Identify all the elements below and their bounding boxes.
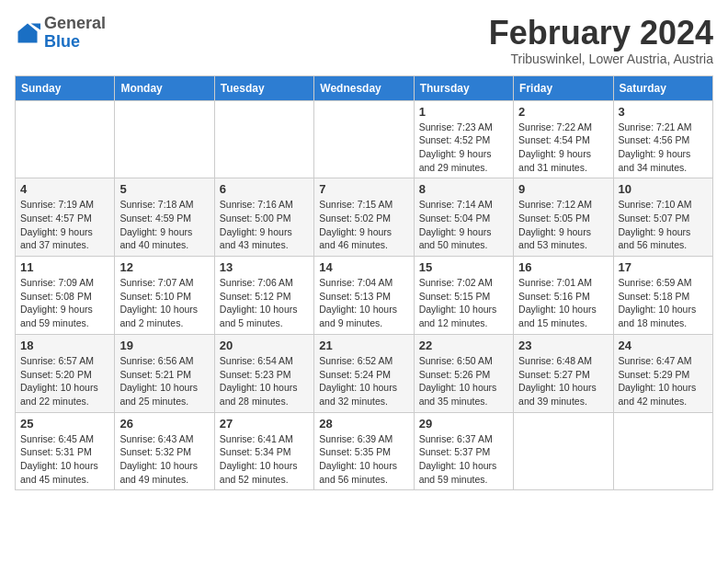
weekday-header: Sunday	[16, 75, 115, 100]
day-info: Sunrise: 6:54 AMSunset: 5:23 PMDaylight:…	[220, 354, 309, 408]
calendar-cell: 27Sunrise: 6:41 AMSunset: 5:34 PMDayligh…	[214, 412, 313, 490]
day-info: Sunrise: 7:04 AMSunset: 5:13 PMDaylight:…	[319, 276, 408, 330]
day-info: Sunrise: 6:37 AMSunset: 5:37 PMDaylight:…	[419, 432, 508, 487]
day-number: 4	[20, 182, 109, 196]
day-number: 28	[319, 417, 408, 431]
calendar-cell: 13Sunrise: 7:06 AMSunset: 5:12 PMDayligh…	[214, 257, 313, 335]
weekday-header: Thursday	[414, 75, 513, 100]
day-number: 21	[319, 339, 408, 352]
day-number: 8	[419, 182, 508, 196]
day-info: Sunrise: 6:45 AMSunset: 5:31 PMDaylight:…	[20, 432, 109, 487]
calendar-cell: 24Sunrise: 6:47 AMSunset: 5:29 PMDayligh…	[613, 334, 712, 412]
logo: General Blue	[15, 15, 106, 52]
day-number: 14	[319, 260, 408, 274]
calendar-cell	[16, 100, 115, 178]
day-number: 24	[619, 339, 708, 352]
weekday-header: Tuesday	[214, 75, 313, 100]
logo-blue: Blue	[44, 32, 80, 51]
day-info: Sunrise: 7:10 AMSunset: 5:07 PMDaylight:…	[619, 198, 708, 252]
location: Tribuswinkel, Lower Austria, Austria	[489, 52, 713, 66]
calendar-cell	[214, 100, 313, 178]
day-number: 5	[119, 182, 209, 196]
svg-marker-0	[18, 23, 38, 42]
calendar-cell	[314, 100, 414, 178]
day-info: Sunrise: 7:21 AMSunset: 4:56 PMDaylight:…	[619, 121, 708, 175]
day-info: Sunrise: 7:06 AMSunset: 5:12 PMDaylight:…	[220, 276, 309, 330]
day-number: 9	[518, 182, 608, 196]
weekday-header: Saturday	[613, 75, 712, 100]
day-number: 15	[419, 260, 508, 274]
day-info: Sunrise: 6:57 AMSunset: 5:20 PMDaylight:…	[20, 354, 109, 408]
day-info: Sunrise: 6:59 AMSunset: 5:18 PMDaylight:…	[619, 276, 708, 330]
day-info: Sunrise: 7:14 AMSunset: 5:04 PMDaylight:…	[419, 198, 508, 252]
day-number: 13	[220, 260, 309, 274]
day-number: 10	[619, 182, 708, 196]
month-title: February 2024	[489, 15, 713, 52]
calendar-cell: 19Sunrise: 6:56 AMSunset: 5:21 PMDayligh…	[115, 334, 214, 412]
calendar-week-row: 11Sunrise: 7:09 AMSunset: 5:08 PMDayligh…	[16, 257, 713, 335]
calendar-table: SundayMondayTuesdayWednesdayThursdayFrid…	[15, 75, 713, 491]
day-info: Sunrise: 7:12 AMSunset: 5:05 PMDaylight:…	[518, 198, 608, 252]
calendar-cell: 16Sunrise: 7:01 AMSunset: 5:16 PMDayligh…	[514, 257, 613, 335]
calendar-cell: 26Sunrise: 6:43 AMSunset: 5:32 PMDayligh…	[115, 412, 214, 490]
day-info: Sunrise: 7:18 AMSunset: 4:59 PMDaylight:…	[119, 198, 209, 252]
weekday-header: Friday	[514, 75, 613, 100]
day-info: Sunrise: 7:01 AMSunset: 5:16 PMDaylight:…	[518, 276, 608, 330]
calendar-cell: 3Sunrise: 7:21 AMSunset: 4:56 PMDaylight…	[613, 100, 712, 178]
day-info: Sunrise: 6:50 AMSunset: 5:26 PMDaylight:…	[419, 354, 508, 408]
day-number: 2	[518, 105, 608, 119]
day-number: 29	[419, 417, 508, 431]
logo-text: General Blue	[44, 15, 106, 52]
day-number: 22	[419, 339, 508, 352]
day-number: 16	[518, 260, 608, 274]
day-info: Sunrise: 7:23 AMSunset: 4:52 PMDaylight:…	[419, 121, 508, 175]
day-number: 20	[220, 339, 309, 352]
calendar-cell: 15Sunrise: 7:02 AMSunset: 5:15 PMDayligh…	[414, 257, 513, 335]
day-number: 7	[319, 182, 408, 196]
page-header: General Blue February 2024 Tribuswinkel,…	[15, 15, 713, 66]
day-number: 23	[518, 339, 608, 352]
day-info: Sunrise: 7:02 AMSunset: 5:15 PMDaylight:…	[419, 276, 508, 330]
day-info: Sunrise: 6:41 AMSunset: 5:34 PMDaylight:…	[220, 432, 309, 487]
calendar-cell: 12Sunrise: 7:07 AMSunset: 5:10 PMDayligh…	[115, 257, 214, 335]
calendar-cell: 25Sunrise: 6:45 AMSunset: 5:31 PMDayligh…	[16, 412, 115, 490]
calendar-cell	[115, 100, 214, 178]
calendar-cell: 17Sunrise: 6:59 AMSunset: 5:18 PMDayligh…	[613, 257, 712, 335]
day-info: Sunrise: 6:56 AMSunset: 5:21 PMDaylight:…	[119, 354, 209, 408]
calendar-cell	[514, 412, 613, 490]
day-info: Sunrise: 7:09 AMSunset: 5:08 PMDaylight:…	[20, 276, 109, 330]
calendar-cell: 28Sunrise: 6:39 AMSunset: 5:35 PMDayligh…	[314, 412, 414, 490]
day-number: 25	[20, 417, 109, 431]
calendar-cell: 11Sunrise: 7:09 AMSunset: 5:08 PMDayligh…	[16, 257, 115, 335]
day-info: Sunrise: 6:48 AMSunset: 5:27 PMDaylight:…	[518, 354, 608, 408]
day-info: Sunrise: 6:47 AMSunset: 5:29 PMDaylight:…	[619, 354, 708, 408]
day-info: Sunrise: 6:43 AMSunset: 5:32 PMDaylight:…	[119, 432, 209, 487]
logo-icon	[15, 20, 40, 46]
day-info: Sunrise: 7:22 AMSunset: 4:54 PMDaylight:…	[518, 121, 608, 175]
calendar-cell: 4Sunrise: 7:19 AMSunset: 4:57 PMDaylight…	[16, 178, 115, 257]
calendar-cell: 1Sunrise: 7:23 AMSunset: 4:52 PMDaylight…	[414, 100, 513, 178]
day-number: 19	[119, 339, 209, 352]
calendar-cell: 10Sunrise: 7:10 AMSunset: 5:07 PMDayligh…	[613, 178, 712, 257]
day-number: 18	[20, 339, 109, 352]
day-number: 12	[119, 260, 209, 274]
calendar-cell: 18Sunrise: 6:57 AMSunset: 5:20 PMDayligh…	[16, 334, 115, 412]
day-number: 26	[119, 417, 209, 431]
day-info: Sunrise: 7:07 AMSunset: 5:10 PMDaylight:…	[119, 276, 209, 330]
calendar-cell: 8Sunrise: 7:14 AMSunset: 5:04 PMDaylight…	[414, 178, 513, 257]
day-info: Sunrise: 7:19 AMSunset: 4:57 PMDaylight:…	[20, 198, 109, 252]
day-number: 17	[619, 260, 708, 274]
calendar-cell: 22Sunrise: 6:50 AMSunset: 5:26 PMDayligh…	[414, 334, 513, 412]
day-info: Sunrise: 7:16 AMSunset: 5:00 PMDaylight:…	[220, 198, 309, 252]
calendar-week-row: 18Sunrise: 6:57 AMSunset: 5:20 PMDayligh…	[16, 334, 713, 412]
calendar-cell: 14Sunrise: 7:04 AMSunset: 5:13 PMDayligh…	[314, 257, 414, 335]
calendar-cell: 20Sunrise: 6:54 AMSunset: 5:23 PMDayligh…	[214, 334, 313, 412]
calendar-cell: 2Sunrise: 7:22 AMSunset: 4:54 PMDaylight…	[514, 100, 613, 178]
day-info: Sunrise: 6:52 AMSunset: 5:24 PMDaylight:…	[319, 354, 408, 408]
calendar-cell: 9Sunrise: 7:12 AMSunset: 5:05 PMDaylight…	[514, 178, 613, 257]
calendar-cell: 21Sunrise: 6:52 AMSunset: 5:24 PMDayligh…	[314, 334, 414, 412]
calendar-cell: 23Sunrise: 6:48 AMSunset: 5:27 PMDayligh…	[514, 334, 613, 412]
day-info: Sunrise: 7:15 AMSunset: 5:02 PMDaylight:…	[319, 198, 408, 252]
weekday-header: Monday	[115, 75, 214, 100]
day-number: 11	[20, 260, 109, 274]
